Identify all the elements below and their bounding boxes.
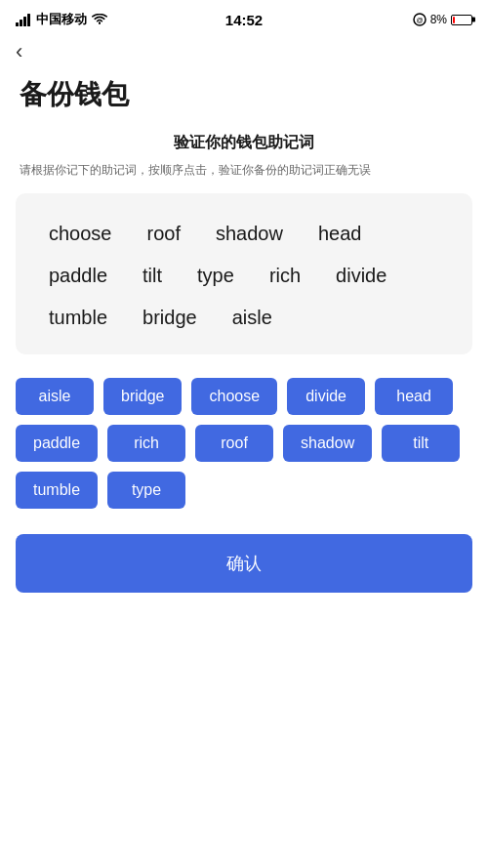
word-button[interactable]: type: [107, 472, 185, 509]
battery-percent-label: 8%: [430, 13, 447, 26]
battery-icon: [451, 15, 472, 25]
display-word-item: head: [301, 213, 380, 255]
word-button[interactable]: divide: [287, 378, 365, 415]
word-button[interactable]: tilt: [382, 425, 460, 462]
section-desc: 请根据你记下的助记词，按顺序点击，验证你备份的助记词正确无误: [0, 161, 488, 180]
word-button[interactable]: bridge: [103, 378, 182, 415]
display-word-item: roof: [130, 213, 198, 255]
svg-rect-3: [27, 14, 30, 26]
page-title: 备份钱包: [0, 72, 488, 133]
display-word-item: paddle: [31, 255, 125, 297]
display-word-item: shadow: [198, 213, 301, 255]
back-button[interactable]: ‹: [16, 41, 22, 62]
carrier-label: 中国移动: [36, 11, 87, 28]
display-word-item: bridge: [125, 297, 215, 339]
display-word-item: divide: [318, 255, 404, 297]
status-bar: 中国移动 14:52 @ 8%: [0, 0, 488, 35]
word-button[interactable]: roof: [195, 425, 273, 462]
word-button[interactable]: rich: [107, 425, 185, 462]
word-display-grid: chooseroofshadowheadpaddletilttyperichdi…: [31, 213, 457, 339]
confirm-button[interactable]: 确认: [16, 534, 472, 593]
circle-icon: @: [413, 13, 427, 26]
word-buttons-area: aislebridgechoosedivideheadpaddlerichroo…: [0, 374, 488, 524]
wifi-icon: [92, 14, 107, 26]
word-button[interactable]: aisle: [16, 378, 94, 415]
display-word-item: tumble: [31, 297, 125, 339]
svg-rect-2: [23, 17, 26, 26]
display-word-item: tilt: [125, 255, 180, 297]
display-word-item: rich: [252, 255, 318, 297]
display-word-item: type: [180, 255, 252, 297]
word-button[interactable]: tumble: [16, 472, 98, 509]
nav-bar: ‹: [0, 35, 488, 72]
signal-icon: [16, 14, 31, 26]
status-time: 14:52: [225, 12, 263, 28]
display-word-item: aisle: [215, 297, 290, 339]
word-display-box: chooseroofshadowheadpaddletilttyperichdi…: [16, 193, 472, 354]
word-button[interactable]: head: [375, 378, 453, 415]
svg-rect-1: [20, 20, 22, 26]
word-button[interactable]: choose: [191, 378, 277, 415]
word-button[interactable]: paddle: [16, 425, 98, 462]
svg-rect-0: [16, 22, 19, 26]
word-button[interactable]: shadow: [283, 425, 372, 462]
confirm-btn-wrap: 确认: [0, 524, 488, 616]
section-heading: 验证你的钱包助记词: [0, 133, 488, 153]
display-word-item: choose: [31, 213, 130, 255]
status-right-area: @ 8%: [413, 13, 472, 26]
svg-text:@: @: [416, 17, 423, 23]
status-carrier: 中国移动: [16, 11, 107, 28]
